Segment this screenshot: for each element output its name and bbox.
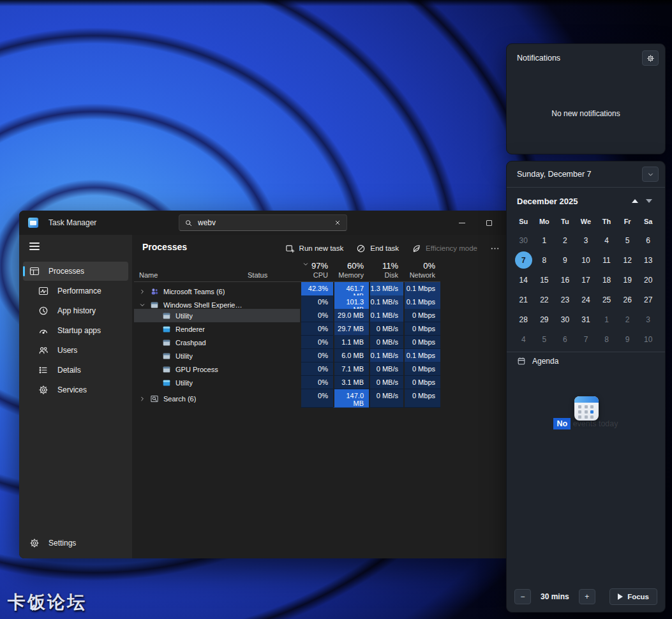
next-month-button[interactable] xyxy=(642,195,656,207)
memory-total-percent: 60% xyxy=(333,261,364,271)
notification-settings-button[interactable] xyxy=(642,50,659,66)
hamburger-menu-icon[interactable] xyxy=(29,242,40,250)
calendar-day[interactable]: 12 xyxy=(617,250,638,270)
column-header-status[interactable]: Status xyxy=(243,271,300,281)
process-row[interactable]: Renderer0%29.7 MB0 MB/s0 Mbps xyxy=(134,322,440,336)
previous-month-button[interactable] xyxy=(628,195,642,207)
sidebar-item-users[interactable]: Users xyxy=(23,341,128,360)
calendar-day[interactable]: 29 xyxy=(534,310,555,329)
divider xyxy=(507,352,665,352)
calendar-day[interactable]: 23 xyxy=(555,290,576,310)
weekday-label: We xyxy=(576,218,597,225)
calendar-day-selected[interactable]: 7 xyxy=(513,250,534,270)
title-bar[interactable]: Task Manager xyxy=(19,211,506,235)
column-header-memory[interactable]: 60% Memory xyxy=(333,260,369,281)
calendar-day[interactable]: 26 xyxy=(617,290,638,310)
column-header-disk[interactable]: 11% Disk xyxy=(369,260,403,281)
calendar-day[interactable]: 30 xyxy=(513,230,534,250)
calendar-day[interactable]: 8 xyxy=(596,329,617,349)
calendar-day[interactable]: 6 xyxy=(638,230,659,250)
calendar-day[interactable]: 19 xyxy=(617,270,638,290)
start-focus-button[interactable]: Focus xyxy=(609,588,657,605)
calendar-day[interactable]: 2 xyxy=(555,230,576,250)
calendar-day[interactable]: 24 xyxy=(576,290,597,310)
calendar-day[interactable]: 18 xyxy=(596,270,617,290)
calendar-day[interactable]: 11 xyxy=(596,250,617,270)
run-new-task-button[interactable]: Run new task xyxy=(279,241,350,257)
column-header-name[interactable]: Name xyxy=(134,271,243,281)
sidebar-item-startup-apps[interactable]: Startup apps xyxy=(23,321,128,340)
calendar-day[interactable]: 15 xyxy=(534,270,555,290)
calendar-day[interactable]: 13 xyxy=(638,250,659,270)
process-row[interactable]: Microsoft Teams (6)42.3%461.7 MB1.3 MB/s… xyxy=(134,282,440,295)
calendar-day[interactable]: 7 xyxy=(576,329,597,349)
calendar-day[interactable]: 10 xyxy=(638,329,659,349)
search-box[interactable] xyxy=(179,214,347,231)
process-row[interactable]: Windows Shell Experience Hos...0%101.3 M… xyxy=(134,295,440,309)
calendar-day[interactable]: 4 xyxy=(596,230,617,250)
more-options-button[interactable] xyxy=(484,241,506,257)
calendar-day[interactable]: 2 xyxy=(617,310,638,329)
maximize-button[interactable] xyxy=(475,211,502,235)
chevron-right-icon[interactable] xyxy=(139,396,146,402)
efficiency-mode-button[interactable]: Efficiency mode xyxy=(405,241,484,257)
calendar-day[interactable]: 17 xyxy=(576,270,597,290)
end-task-button[interactable]: End task xyxy=(350,241,405,257)
search-input[interactable] xyxy=(198,218,329,227)
calendar-day[interactable]: 20 xyxy=(638,270,659,290)
process-row[interactable]: Search (6)0%147.0 MB0 MB/s0 Mbps xyxy=(134,389,440,403)
minimize-button[interactable] xyxy=(449,211,475,235)
column-header-network[interactable]: 0% Network xyxy=(403,260,440,281)
calendar-day[interactable]: 21 xyxy=(513,290,534,310)
calendar-day[interactable]: 9 xyxy=(617,329,638,349)
sidebar-item-details[interactable]: Details xyxy=(23,361,128,380)
calendar-day[interactable]: 1 xyxy=(534,230,555,250)
calendar-day[interactable]: 10 xyxy=(576,250,597,270)
calendar-day[interactable]: 3 xyxy=(638,310,659,329)
calendar-day[interactable]: 30 xyxy=(555,310,576,329)
minus-icon: − xyxy=(520,592,525,601)
network-value: 0 Mbps xyxy=(403,362,440,376)
calendar-day[interactable]: 8 xyxy=(534,250,555,270)
calendar-month-label[interactable]: December 2025 xyxy=(517,197,628,206)
calendar-day[interactable]: 5 xyxy=(617,230,638,250)
calendar-day[interactable]: 25 xyxy=(596,290,617,310)
memory-value: 3.1 MB xyxy=(333,376,369,389)
chevron-down-icon[interactable] xyxy=(139,302,146,308)
sidebar-item-label: Startup apps xyxy=(57,326,101,335)
sidebar-item-performance[interactable]: Performance xyxy=(23,281,128,301)
decrease-duration-button[interactable]: − xyxy=(514,589,531,604)
column-header-cpu[interactable]: 97% CPU xyxy=(300,260,333,281)
calendar-day[interactable]: 14 xyxy=(513,270,534,290)
chevron-right-icon[interactable] xyxy=(139,288,146,295)
process-status-cell xyxy=(243,362,300,376)
calendar-day[interactable]: 1 xyxy=(596,310,617,329)
sidebar-item-app-history[interactable]: App history xyxy=(23,301,128,320)
calendar-day[interactable]: 27 xyxy=(638,290,659,310)
calendar-day[interactable]: 5 xyxy=(534,329,555,349)
forum-watermark: 卡饭论坛 xyxy=(8,590,87,615)
window-process-icon xyxy=(162,311,171,320)
sidebar-item-services[interactable]: Services xyxy=(23,380,128,399)
calendar-day[interactable]: 31 xyxy=(576,310,597,329)
calendar-day[interactable]: 9 xyxy=(555,250,576,270)
sidebar-item-processes[interactable]: Processes xyxy=(23,262,128,281)
process-row[interactable]: Crashpad0%1.1 MB0 MB/s0 Mbps xyxy=(134,336,440,349)
calendar-day[interactable]: 4 xyxy=(513,329,534,349)
sidebar-item-settings[interactable]: Settings xyxy=(23,533,128,553)
calendar-day[interactable]: 6 xyxy=(555,329,576,349)
calendar-day[interactable]: 22 xyxy=(534,290,555,310)
calendar-day[interactable]: 16 xyxy=(555,270,576,290)
calendar-day[interactable]: 28 xyxy=(513,310,534,329)
memory-value: 1.1 MB xyxy=(333,336,369,349)
agenda-header[interactable]: Agenda xyxy=(517,357,558,366)
collapse-calendar-button[interactable] xyxy=(642,167,659,182)
clear-search-icon[interactable] xyxy=(334,219,341,227)
process-row[interactable]: GPU Process0%7.1 MB0 MB/s0 Mbps xyxy=(134,362,440,376)
cpu-value: 0% xyxy=(300,309,333,322)
process-row[interactable]: Utility0%3.1 MB0 MB/s0 Mbps xyxy=(134,376,440,389)
increase-duration-button[interactable]: + xyxy=(579,589,595,604)
process-row[interactable]: Utility0%6.0 MB0.1 MB/s0.1 Mbps xyxy=(134,349,440,362)
calendar-day[interactable]: 3 xyxy=(576,230,597,250)
process-row[interactable]: Utility0%29.0 MB0.1 MB/s0 Mbps xyxy=(134,309,440,322)
